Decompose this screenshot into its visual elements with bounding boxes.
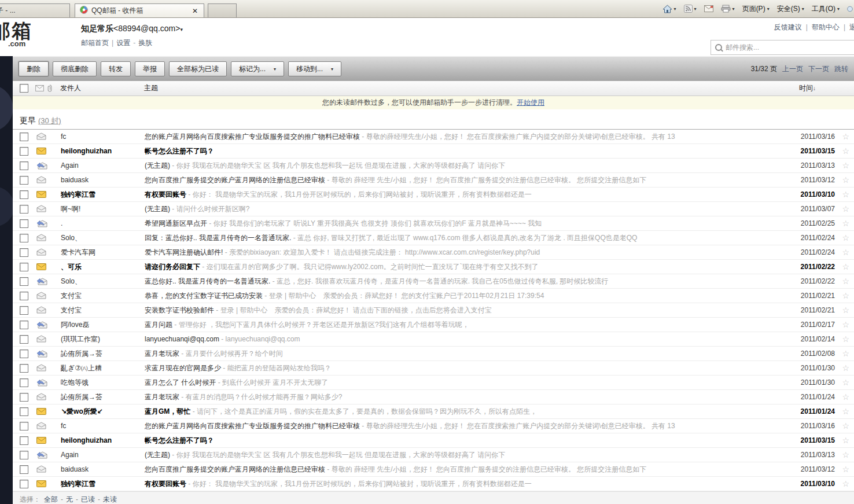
top-link-1[interactable]: 帮助中心 xyxy=(812,23,840,31)
row-checkbox[interactable] xyxy=(20,292,28,300)
star-icon[interactable]: ☆ xyxy=(842,364,849,372)
row-checkbox[interactable] xyxy=(20,335,28,344)
row-checkbox[interactable] xyxy=(20,147,28,156)
star-icon[interactable]: ☆ xyxy=(842,422,849,430)
mail-row[interactable]: heilonghuizhan帐号怎么注册不了吗？2011/03/15☆ xyxy=(13,144,854,159)
subnav-link-2[interactable]: 换肤 xyxy=(138,39,152,47)
toolbar-button-1[interactable]: 彻底删除 xyxy=(53,61,97,76)
star-icon[interactable]: ☆ xyxy=(842,248,849,256)
star-icon[interactable]: ☆ xyxy=(842,451,849,459)
page-menu-button[interactable]: 页面(P) ▾ xyxy=(742,4,770,14)
row-checkbox[interactable] xyxy=(20,176,28,185)
subnav-link-0[interactable]: 邮箱首页 xyxy=(81,39,109,47)
select-all-checkbox[interactable] xyxy=(20,84,28,93)
row-checkbox[interactable] xyxy=(20,248,28,257)
mail-row[interactable]: Again(无主题) - 你好 我现在玩的是物华天宝 区 我有几个朋友也想和我一… xyxy=(13,159,854,173)
mail-row[interactable]: baiduask您向百度推广服务提交的账户蓝月网络的注册信息已经审核 - 尊敬的… xyxy=(13,173,854,187)
row-checkbox[interactable] xyxy=(20,205,28,214)
mail-row[interactable]: ↘愛wo所愛↙蓝月GM，帮忙 - 请问下，这个是真正的蓝月吗，假的实在是太多了，… xyxy=(13,404,854,419)
row-checkbox[interactable] xyxy=(20,407,28,416)
row-checkbox[interactable] xyxy=(20,234,28,242)
toolbar-button-0[interactable]: 删除 xyxy=(19,61,49,76)
star-icon[interactable]: ☆ xyxy=(842,407,849,415)
star-icon[interactable]: ☆ xyxy=(842,133,849,141)
row-checkbox[interactable] xyxy=(20,451,28,459)
star-icon[interactable]: ☆ xyxy=(842,465,849,473)
mail-row[interactable]: 支付宝恭喜，您的支付宝数字证书已成功安装 - 登录 | 帮助中心 亲爱的会员：薛… xyxy=(13,289,854,303)
mail-row[interactable]: Again(无主题) - 你好 我现在玩的是物华天宝 区 我有几个朋友也想和我一… xyxy=(13,448,854,462)
read-mail-button[interactable] xyxy=(704,5,713,12)
mail-row[interactable]: 吃饱等饿蓝月怎么了 什么时候开 - 到底什么时候开 蓝月不开太无聊了2011/0… xyxy=(13,376,854,390)
next-page-link[interactable]: 下一页 xyxy=(808,64,829,74)
select-option-1[interactable]: 无 xyxy=(66,495,73,503)
account-menu[interactable]: 知足常乐<88994@qq.com>▾ xyxy=(81,24,183,34)
mail-row[interactable]: 独钓寒江雪有权要回账号 - 你好： 我是物华天宝的玩家，我1月份开区时候玩的，后… xyxy=(13,187,854,202)
mail-row[interactable]: fc您的账户蓝月网络向百度搜索推广专业版服务提交的推广物料已经审核 - 尊敬的薛… xyxy=(13,419,854,433)
browser-new-tab-stub[interactable] xyxy=(208,3,237,17)
security-menu-button[interactable]: 安全(S) ▾ xyxy=(777,4,804,14)
toolbar-dropdown-1[interactable]: 移动到...▾ xyxy=(288,61,341,76)
star-icon[interactable]: ☆ xyxy=(842,306,849,314)
row-checkbox[interactable] xyxy=(20,277,28,286)
notice-start-link[interactable]: 开始使用 xyxy=(517,98,544,106)
toolbar-dropdown-0[interactable]: 标记为...▾ xyxy=(231,61,284,76)
top-link-0[interactable]: 反馈建议 xyxy=(774,23,802,31)
browser-tab-active[interactable]: QQ邮箱 - 收件箱 ✕ xyxy=(75,3,204,17)
mail-row[interactable]: 爱卡汽车网爱卡汽车网注册确认邮件! - 亲爱的bixiaoyan: 欢迎加入爱卡… xyxy=(13,245,854,260)
star-icon[interactable]: ☆ xyxy=(842,436,849,444)
row-checkbox[interactable] xyxy=(20,465,28,474)
star-icon[interactable]: ☆ xyxy=(842,277,849,285)
mail-row[interactable]: 亂ぎ⑦㈧上糟求蓝月现在的官网是多少 - 能把蓝月的登陆器网站发给我吗？2011/… xyxy=(13,361,854,376)
tab-close-icon[interactable]: ✕ xyxy=(191,7,199,15)
home-button[interactable]: ▾ xyxy=(662,5,676,13)
mail-row[interactable]: 、可乐请迩们务必回复下 - 迩们现在蓝月的官网多少了啊。我只记得www.ly20… xyxy=(13,260,854,274)
row-checkbox[interactable] xyxy=(20,161,28,170)
toolbar-button-3[interactable]: 举报 xyxy=(135,61,165,76)
star-icon[interactable]: ☆ xyxy=(842,321,849,329)
row-checkbox[interactable] xyxy=(20,190,28,199)
toolbar-button-2[interactable]: 转发 xyxy=(101,61,131,76)
browser-tab-partial[interactable]: 子 - ... xyxy=(0,3,70,17)
star-icon[interactable]: ☆ xyxy=(842,480,849,488)
star-icon[interactable]: ☆ xyxy=(842,378,849,387)
help-button[interactable] xyxy=(847,5,853,13)
mail-row[interactable]: heilonghuizhan帐号怎么注册不了吗？2011/03/15☆ xyxy=(13,433,854,448)
star-icon[interactable]: ☆ xyxy=(842,176,849,184)
mail-row[interactable]: 支付宝安装数字证书校验邮件 - 登录 | 帮助中心 亲爱的会员：薛斌您好！ 请点… xyxy=(13,303,854,318)
star-icon[interactable]: ☆ xyxy=(842,205,849,213)
mail-search-input[interactable]: 邮件搜索... xyxy=(711,40,854,55)
row-checkbox[interactable] xyxy=(20,321,28,329)
column-time[interactable]: 时间↓ xyxy=(799,83,816,93)
star-icon[interactable]: ☆ xyxy=(842,190,849,198)
row-checkbox[interactable] xyxy=(20,422,28,431)
row-checkbox[interactable] xyxy=(20,350,28,358)
select-option-3[interactable]: 未读 xyxy=(103,495,117,503)
tools-menu-button[interactable]: 工具(O) ▾ xyxy=(812,4,840,14)
print-button[interactable]: ▾ xyxy=(721,5,735,13)
prev-page-link[interactable]: 上一页 xyxy=(782,64,803,74)
row-checkbox[interactable] xyxy=(20,393,28,402)
mail-row[interactable]: 訫侑所属→荟蓝月老玩家 - 有蓝月的消息吗？什么时候才能再开服？网站多少?201… xyxy=(13,390,854,404)
subnav-link-1[interactable]: 设置 xyxy=(116,39,130,47)
star-icon[interactable]: ☆ xyxy=(842,219,849,227)
row-checkbox[interactable] xyxy=(20,219,28,228)
mail-row[interactable]: Solo、蓝总你好.. 我是蓝月传奇的一名普通玩家. - 蓝总，您好. 我很喜欢… xyxy=(13,274,854,289)
row-checkbox[interactable] xyxy=(20,364,28,373)
top-link-2[interactable]: 退出 xyxy=(849,23,854,31)
row-checkbox[interactable] xyxy=(20,436,28,445)
row-checkbox[interactable] xyxy=(20,480,28,488)
star-icon[interactable]: ☆ xyxy=(842,263,849,271)
row-checkbox[interactable] xyxy=(20,378,28,387)
star-icon[interactable]: ☆ xyxy=(842,161,849,170)
star-icon[interactable]: ☆ xyxy=(842,147,849,155)
star-icon[interactable]: ☆ xyxy=(842,234,849,242)
mail-row[interactable]: fc您的账户蓝月网络向百度搜索推广专业版服务提交的推广物料已经审核 - 尊敬的薛… xyxy=(13,130,854,144)
row-checkbox[interactable] xyxy=(20,133,28,141)
mail-row[interactable]: 訫侑所属→荟蓝月老玩家 - 蓝月要什么时候再开？给个时间2011/02/08☆ xyxy=(13,347,854,361)
toolbar-button-4[interactable]: 全部标为已读 xyxy=(169,61,227,76)
mail-row[interactable]: 啊~啊!(无主题) - 请问什么时候开新区啊?2011/03/07☆ xyxy=(13,202,854,216)
mail-row[interactable]: (琪琪工作室)lanyuechuanqi@qq.com - lanyuechua… xyxy=(13,332,854,347)
section-count-link[interactable]: (30 封) xyxy=(38,116,61,125)
select-option-2[interactable]: 已读 xyxy=(81,495,95,503)
mail-row[interactable]: 独钓寒江雪有权要回账号 - 你好： 我是物华天宝的玩家，我1月份开区时候玩的，后… xyxy=(13,477,854,491)
